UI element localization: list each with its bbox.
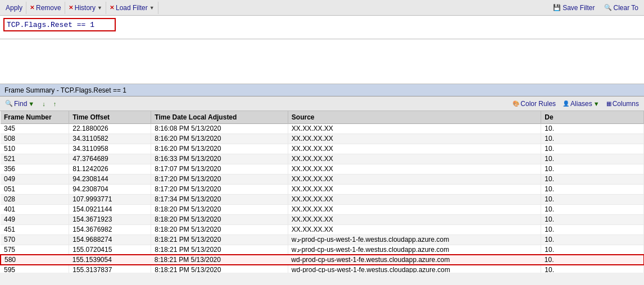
filter-toolbar: Apply ✕ Remove ✕ History ▼ ✕ Load Filter… <box>0 0 644 16</box>
table-cell: 154.3676982 <box>69 224 151 235</box>
frame-summary-label: Frame Summary - TCP.Flags.Reset == 1 <box>4 86 126 94</box>
remove-button[interactable]: ✕ Remove <box>26 2 65 14</box>
filter-input[interactable] <box>3 18 116 31</box>
table-row[interactable]: 51034.31109588:16:20 PM 5/13/2020XX.XX.X… <box>1 144 644 154</box>
table-cell: XX.XX.XX.XX <box>288 194 541 204</box>
clear-icon: 🔍 <box>604 4 612 11</box>
load-filter-button[interactable]: ✕ Load Filter ▼ <box>106 2 158 14</box>
header-frame-number[interactable]: Frame Number <box>1 111 69 123</box>
history-button[interactable]: ✕ History ▼ <box>65 2 106 14</box>
color-rules-icon: 🎨 <box>513 100 519 107</box>
table-cell: 10. <box>541 184 644 194</box>
table-row[interactable]: 401154.09211448:18:20 PM 5/13/2020XX.XX.… <box>1 204 644 214</box>
table-cell: 155.3137837 <box>69 265 151 273</box>
load-filter-label: Load Filter <box>116 4 148 12</box>
table-cell: 8:16:33 PM 5/13/2020 <box>151 154 288 164</box>
table-header-row: Frame Number Time Offset Time Date Local… <box>1 111 644 123</box>
table-cell: wd-prod-cp-us-west-1-fe.westus.cloudapp.… <box>288 255 541 265</box>
save-filter-button[interactable]: 💾 Save Filter <box>550 2 598 14</box>
load-arrow-icon: ▼ <box>149 5 155 11</box>
up-arrow-icon: ↑ <box>53 100 57 107</box>
table-row[interactable]: 028107.99937718:17:34 PM 5/13/2020XX.XX.… <box>1 194 644 204</box>
table-cell: 10. <box>541 224 644 235</box>
table-row[interactable]: 449154.36719238:18:20 PM 5/13/2020XX.XX.… <box>1 214 644 224</box>
apply-label: Apply <box>6 4 22 12</box>
table-row[interactable]: 575155.07204158:18:21 PM 5/13/2020wد-pro… <box>1 245 644 255</box>
filter-right-buttons: 💾 Save Filter 🔍 Clear To <box>550 2 642 14</box>
table-cell: 521 <box>1 154 69 164</box>
table-cell: 051 <box>1 184 69 194</box>
frame-summary-bar: Frame Summary - TCP.Flags.Reset == 1 <box>0 84 644 96</box>
table-row[interactable]: 570154.96882748:18:21 PM 5/13/2020wد-pro… <box>1 235 644 245</box>
history-arrow-icon: ▼ <box>97 5 102 11</box>
header-source[interactable]: Source <box>288 111 541 123</box>
table-cell: 10. <box>541 123 644 134</box>
find-button[interactable]: 🔍 Find ▼ <box>2 98 37 109</box>
table-cell: 8:17:20 PM 5/13/2020 <box>151 184 288 194</box>
history-label: History <box>75 4 96 12</box>
remove-label: Remove <box>36 4 61 12</box>
clear-button[interactable]: 🔍 Clear To <box>601 2 642 14</box>
table-cell: 154.0921144 <box>69 204 151 214</box>
table-cell: 8:17:07 PM 5/13/2020 <box>151 164 288 174</box>
table-row[interactable]: 04994.23081448:17:20 PM 5/13/2020XX.XX.X… <box>1 174 644 184</box>
table-row[interactable]: 34522.18800268:16:08 PM 5/13/2020XX.XX.X… <box>1 123 644 134</box>
table-row[interactable]: 35681.12420268:17:07 PM 5/13/2020XX.XX.X… <box>1 164 644 174</box>
table-cell: XX.XX.XX.XX <box>288 184 541 194</box>
table-cell: 8:18:20 PM 5/13/2020 <box>151 224 288 235</box>
table-cell: wd-prod-cp-us-west-1-fe.westus.cloudapp.… <box>288 265 541 273</box>
apply-button[interactable]: Apply <box>2 2 26 14</box>
table-cell: XX.XX.XX.XX <box>288 214 541 224</box>
header-time-date[interactable]: Time Date Local Adjusted <box>151 111 288 123</box>
table-cell: 34.3110958 <box>69 144 151 154</box>
table-cell: 8:17:20 PM 5/13/2020 <box>151 174 288 184</box>
table-cell: 028 <box>1 194 69 204</box>
table-row[interactable]: 52147.37646898:16:33 PM 5/13/2020XX.XX.X… <box>1 154 644 164</box>
table-row[interactable]: 05194.23087048:17:20 PM 5/13/2020XX.XX.X… <box>1 184 644 194</box>
table-cell: 10. <box>541 204 644 214</box>
table-cell: 449 <box>1 214 69 224</box>
table-cell: 049 <box>1 174 69 184</box>
table-cell: 8:18:21 PM 5/13/2020 <box>151 255 288 265</box>
find-label: Find <box>14 100 27 108</box>
packet-table-wrapper[interactable]: Frame Number Time Offset Time Date Local… <box>0 111 644 273</box>
table-cell: 10. <box>541 235 644 245</box>
clear-label: Clear To <box>614 4 638 12</box>
aliases-arrow-icon: ▼ <box>593 100 600 107</box>
table-row[interactable]: 580155.15390548:18:21 PM 5/13/2020wd-pro… <box>1 255 644 265</box>
load-x-icon: ✕ <box>110 4 114 11</box>
aliases-button[interactable]: 👤 Aliases ▼ <box>560 98 602 109</box>
history-x-icon: ✕ <box>69 4 73 11</box>
save-filter-icon: 💾 <box>553 4 561 11</box>
table-cell: 10. <box>541 214 644 224</box>
table-row[interactable]: 451154.36769828:18:20 PM 5/13/2020XX.XX.… <box>1 224 644 235</box>
filter-input-area <box>0 16 644 39</box>
table-row[interactable]: 50834.31105828:16:20 PM 5/13/2020XX.XX.X… <box>1 134 644 144</box>
table-cell: 356 <box>1 164 69 174</box>
table-cell: 401 <box>1 204 69 214</box>
arrow-up-button[interactable]: ↑ <box>51 98 60 109</box>
table-cell: XX.XX.XX.XX <box>288 154 541 164</box>
table-cell: XX.XX.XX.XX <box>288 204 541 214</box>
table-cell: wد-prod-cp-us-west-1-fe.westus.cloudapp.… <box>288 245 541 255</box>
remove-x-icon: ✕ <box>30 4 34 11</box>
table-cell: 8:18:20 PM 5/13/2020 <box>151 214 288 224</box>
aliases-label: Aliases <box>570 100 592 108</box>
color-rules-button[interactable]: 🎨 Color Rules <box>510 98 559 109</box>
table-row[interactable]: 595155.31378378:18:21 PM 5/13/2020wd-pro… <box>1 265 644 273</box>
packet-toolbar: 🔍 Find ▼ ↓ ↑ 🎨 Color Rules 👤 Aliases ▼ ▦… <box>0 96 644 111</box>
table-cell: 94.2308704 <box>69 184 151 194</box>
columns-button[interactable]: ▦ Columns <box>604 98 642 109</box>
table-cell: 8:17:34 PM 5/13/2020 <box>151 194 288 204</box>
header-time-offset[interactable]: Time Offset <box>69 111 151 123</box>
header-dest[interactable]: De <box>541 111 644 123</box>
table-cell: 10. <box>541 194 644 204</box>
table-cell: XX.XX.XX.XX <box>288 174 541 184</box>
color-rules-label: Color Rules <box>520 100 556 108</box>
aliases-icon: 👤 <box>563 100 569 107</box>
table-cell: 580 <box>1 255 69 265</box>
table-cell: wد-prod-cp-us-west-1-fe.westus.cloudapp.… <box>288 235 541 245</box>
arrow-down-button[interactable]: ↓ <box>39 98 48 109</box>
table-cell: 508 <box>1 134 69 144</box>
packet-right-buttons: 🎨 Color Rules 👤 Aliases ▼ ▦ Columns <box>510 98 642 109</box>
